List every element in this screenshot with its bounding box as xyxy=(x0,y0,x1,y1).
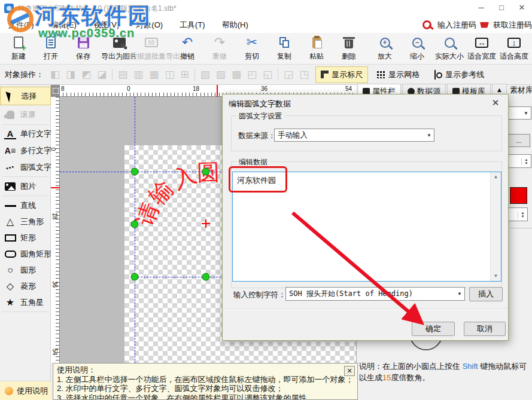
tool-line[interactable]: 直线 xyxy=(0,197,51,214)
rounded-rectangle-icon xyxy=(5,251,16,258)
redo-button: ↷ 重做 xyxy=(203,33,236,64)
guides-icon xyxy=(433,70,442,80)
delete-button[interactable]: 删除 xyxy=(333,33,365,64)
instruction-line: 3. 选择水印中的任意一个对象，在右侧的属性栏里可以调整该对象的属性。 xyxy=(57,393,354,400)
zoom-in-button[interactable]: + 放大 xyxy=(369,33,401,64)
help-ball-icon xyxy=(5,387,13,395)
resize-handle-middle-left[interactable] xyxy=(131,221,139,228)
minimize-button[interactable]: ─ xyxy=(471,0,491,17)
tool-circle[interactable]: ○ 圆形 xyxy=(0,262,51,279)
fit-height-button[interactable]: ↕ 适合高度 xyxy=(498,33,530,64)
menu-object[interactable]: 对象(O) xyxy=(127,17,171,33)
resize-handle-bottom-right[interactable] xyxy=(202,273,210,281)
line-icon xyxy=(5,205,16,207)
circle-icon: ○ xyxy=(4,265,16,275)
scroll-up-icon[interactable]: ▲ xyxy=(491,172,501,182)
actual-size-icon xyxy=(445,38,455,48)
ruler-cursor-marker xyxy=(51,187,60,188)
tool-single-line-text[interactable]: A 单行文字 xyxy=(0,126,51,142)
tool-triangle[interactable]: △ 三角形 xyxy=(0,213,51,230)
ok-button[interactable]: 确定 xyxy=(412,322,455,336)
grid-icon xyxy=(376,71,385,78)
usage-instructions-panel: 使用说明： 1. 左侧工具栏中选择一个功能后，在画布区域按住鼠标左键拖动，即可添… xyxy=(53,363,358,400)
resize-handle-bottom-left[interactable] xyxy=(131,273,139,281)
resize-handle-top-left[interactable] xyxy=(131,168,139,176)
dialog-close-button[interactable]: ✕ xyxy=(489,97,502,108)
window-title: 神奇透明水印制作软件 4.0 (试用版) - 未命名1.stb* xyxy=(18,0,177,17)
copy-icon xyxy=(279,37,289,48)
fit-width-button[interactable]: ↔ 适合宽度 xyxy=(466,33,498,64)
angle-hint-text: 说明：在上面的小圆点上按住 Shift 键拖动鼠标可以生成15度倍数角。 xyxy=(359,361,530,383)
new-button[interactable]: 新建 xyxy=(2,33,35,64)
tool-diamond[interactable]: ◇ 菱形 xyxy=(0,278,51,295)
cut-button[interactable]: ✂ 剪切 xyxy=(236,33,268,64)
tool-multi-line-text[interactable]: A≡ 多行文字 xyxy=(0,142,51,159)
single-text-icon: A xyxy=(4,129,16,139)
send-to-back-icon: ◪ xyxy=(94,68,110,81)
undo-button[interactable]: ↶ 撤销 xyxy=(171,33,203,64)
data-source-label: 数据来源： xyxy=(238,131,276,141)
arc-center-marker xyxy=(202,219,210,228)
send-backward-icon: ◩ xyxy=(78,68,94,81)
close-instructions-button[interactable]: ✕ xyxy=(344,366,355,376)
application-window: 神奇透明水印制作软件 4.0 (试用版) - 未命名1.stb* ─ □ ✕ 河… xyxy=(0,0,532,400)
export-image-icon xyxy=(113,38,126,48)
batch-export-icon: 88 xyxy=(145,38,158,47)
menu-edit[interactable]: 编辑(E) xyxy=(42,17,85,33)
material-library-label[interactable]: 素材库 xyxy=(510,85,532,96)
new-file-icon xyxy=(14,36,23,48)
tool-select[interactable]: 选择 xyxy=(0,87,51,105)
align-left-icon: ▤ xyxy=(115,68,130,81)
enter-register-code-button[interactable]: 输入注册码 xyxy=(422,20,476,30)
resize-handle-top-right[interactable] xyxy=(202,168,210,176)
scroll-down-icon[interactable]: ▼ xyxy=(491,271,501,281)
tool-arc-text[interactable]: ••• 圆弧文字 xyxy=(0,159,51,176)
maximize-button[interactable]: □ xyxy=(491,0,512,17)
get-register-code-button[interactable]: 获取注册码 xyxy=(480,20,532,30)
ungroup-icon: ◳ xyxy=(296,68,312,81)
spinner-arrows-icon[interactable]: ▲▼ xyxy=(518,211,527,218)
main-toolbar: 新建 打开 保存 导出为图片 88 依数据源批量导出 ↶ 撤销 ↷ 重做 ✂ 剪… xyxy=(0,33,532,65)
browse-more-button[interactable]: ... xyxy=(507,134,530,147)
show-guides-toggle[interactable]: 显示参考线 xyxy=(428,67,489,83)
usage-help-button[interactable]: 使用说明 xyxy=(0,381,51,400)
register-area: 输入注册码 获取注册码 xyxy=(422,17,532,33)
menu-file[interactable]: 文件(F) xyxy=(0,17,42,33)
selection-guide-vertical xyxy=(135,97,135,364)
close-button[interactable]: ✕ xyxy=(512,0,532,17)
zoom-out-icon: − xyxy=(412,38,422,48)
tool-image[interactable]: 图片 xyxy=(0,178,51,195)
menu-view[interactable]: 视图(V) xyxy=(85,17,127,33)
insert-button[interactable]: 插入 xyxy=(469,287,503,301)
save-icon xyxy=(78,37,89,48)
actual-size-button[interactable]: 实际大小 xyxy=(433,33,466,64)
same-width-icon: ◫ xyxy=(162,68,177,81)
align-center-icon: ▥ xyxy=(130,68,146,81)
rectangle-icon xyxy=(5,234,16,242)
textarea-scrollbar[interactable]: ▲ ▼ xyxy=(490,172,501,281)
tool-rounded-rectangle[interactable]: 圆角矩形 xyxy=(0,246,51,262)
data-source-dropdown[interactable]: 手动输入 ▼ xyxy=(274,129,434,142)
color-swatch-red[interactable] xyxy=(510,187,527,204)
zoom-out-button[interactable]: − 缩小 xyxy=(401,33,433,64)
key-icon xyxy=(421,19,433,31)
control-char-dropdown[interactable]: SOH 报头开始(Start of Heading) ▼ xyxy=(285,287,465,301)
group-icon: ◲ xyxy=(281,68,296,81)
copy-button[interactable]: 复制 xyxy=(268,33,300,64)
tool-star[interactable]: ★ 五角星 xyxy=(0,294,51,311)
menu-tools[interactable]: 工具(T) xyxy=(171,17,214,33)
cancel-button[interactable]: 取消 xyxy=(464,322,506,336)
menu-help[interactable]: 帮助(H) xyxy=(214,17,257,33)
paste-button[interactable]: 粘贴 xyxy=(300,33,333,64)
spinner-arrows-icon[interactable]: ▲▼ xyxy=(521,158,531,165)
edit-arc-text-dialog: 编辑圆弧文字数据 ✕ 圆弧文字设置 数据来源： 手动输入 ▼ 编辑数据 河东软件… xyxy=(222,94,509,341)
cut-icon: ✂ xyxy=(247,35,257,50)
show-grid-toggle[interactable]: 显示网格 xyxy=(372,67,424,83)
save-button[interactable]: 保存 xyxy=(67,33,99,64)
open-button[interactable]: 打开 xyxy=(35,33,67,64)
control-char-label: 输入控制字符： xyxy=(233,290,286,300)
redo-icon: ↷ xyxy=(214,35,225,50)
tool-rectangle[interactable]: 矩形 xyxy=(0,230,51,246)
bring-forward-icon: ◨ xyxy=(63,68,78,81)
show-ruler-toggle[interactable]: 显示标尺 xyxy=(315,66,368,83)
